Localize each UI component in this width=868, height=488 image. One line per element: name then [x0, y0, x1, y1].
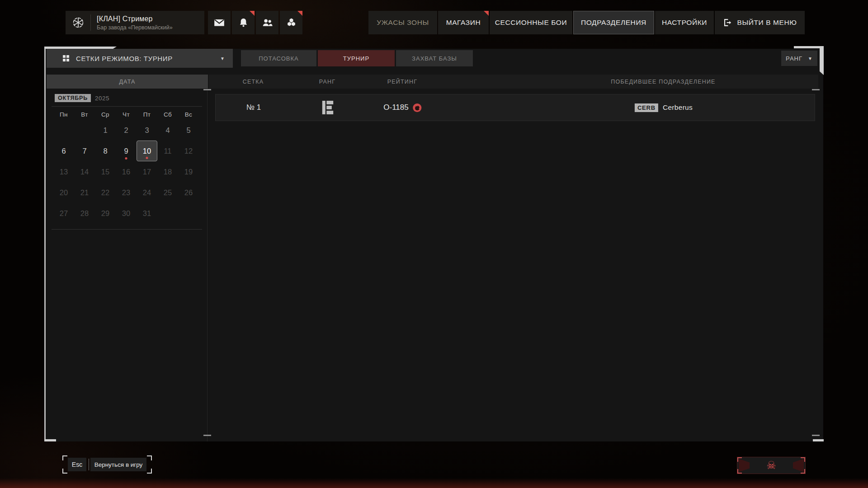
day-number: 15 [101, 168, 109, 176]
mode-selector-label: СЕТКИ РЕЖИМОВ: ТУРНИР [76, 55, 173, 62]
nav-label: МАГАЗИН [446, 19, 481, 27]
calendar-day-2[interactable]: 2 [116, 120, 137, 141]
friends-button[interactable] [256, 11, 278, 34]
day-number: 18 [164, 168, 172, 176]
weekday-label: Вс [178, 111, 199, 118]
calendar-day-19[interactable]: 19 [178, 161, 199, 182]
mode-tabs: ПОТАСОВКАТУРНИРЗАХВАТ БАЗЫ [241, 50, 473, 66]
calendar-bottom-border [52, 229, 202, 230]
nav-label: СЕССИОННЫЕ БОИ [495, 19, 567, 27]
day-number: 8 [103, 147, 107, 155]
calendar-day-12[interactable]: 12 [178, 141, 199, 161]
tab-base-capture[interactable]: ЗАХВАТ БАЗЫ [396, 50, 473, 66]
banner-wedge [793, 459, 804, 472]
calendar-day-26[interactable]: 26 [178, 182, 199, 203]
rank-filter-dropdown[interactable]: РАНГ ▼ [781, 51, 817, 66]
exit-icon [722, 18, 732, 28]
scrollbar-mark[interactable] [812, 435, 820, 436]
day-number: 31 [143, 209, 151, 218]
mail-button[interactable] [208, 11, 231, 34]
calendar-table-divider [207, 89, 208, 441]
chevron-down-icon: ▼ [220, 56, 225, 61]
skull-crossbones-icon: ☠ [766, 460, 776, 471]
calendar-day-31[interactable]: 31 [137, 203, 157, 224]
calendar-day-10[interactable]: 10 [137, 141, 157, 161]
nav-subdivisions[interactable]: ПОДРАЗДЕЛЕНИЯ [573, 11, 654, 34]
nav-settings[interactable]: НАСТРОЙКИ [655, 11, 714, 34]
day-number: 2 [124, 126, 128, 135]
calendar-day-9[interactable]: 9 [116, 141, 137, 161]
calendar-day-5[interactable]: 5 [178, 120, 199, 141]
calendar-day-3[interactable]: 3 [137, 120, 157, 141]
calendar-day-21[interactable]: 21 [74, 182, 95, 203]
rating-cell: О-1185 [383, 94, 422, 121]
bell-button[interactable] [232, 11, 255, 34]
day-number: 4 [165, 126, 170, 135]
bell-icon [238, 17, 249, 28]
calendar-day-22[interactable]: 22 [95, 182, 116, 203]
calendar-day-29[interactable]: 29 [95, 203, 116, 224]
day-number: 11 [164, 147, 171, 155]
scrollbar-mark[interactable] [203, 435, 211, 436]
panel-corner-bottom-right [813, 439, 824, 441]
calendar-day-25[interactable]: 25 [157, 182, 178, 203]
calendar-day-1[interactable]: 1 [95, 120, 116, 141]
calendar-day-7[interactable]: 7 [74, 141, 95, 161]
main-nav: УЖАСЫ ЗОНЫМАГАЗИНСЕССИОННЫЕ БОИПОДРАЗДЕЛ… [368, 11, 805, 34]
calendar-day-8[interactable]: 8 [95, 141, 116, 161]
chevron-down-icon: ▼ [808, 56, 813, 61]
calendar-empty-cell [53, 120, 74, 141]
calendar-day-11[interactable]: 11 [157, 141, 178, 161]
clan-button[interactable] [280, 11, 302, 34]
nav-shop[interactable]: МАГАЗИН [438, 11, 489, 34]
return-to-game-button[interactable]: Вернуться в игру [90, 458, 146, 471]
calendar-day-17[interactable]: 17 [137, 161, 157, 182]
table-header: СЕТКАРАНГРЕЙТИНГПОБЕДИВШЕЕ ПОДРАЗДЕЛЕНИЕ [209, 75, 818, 89]
calendar-day-18[interactable]: 18 [157, 161, 178, 182]
event-banner[interactable]: ☠ [737, 457, 806, 474]
tournament-result-row[interactable]: № 1О-1185CERBCerberus [215, 94, 815, 121]
column-header: СЕТКА [243, 75, 264, 89]
calendar-day-4[interactable]: 4 [157, 120, 178, 141]
nav-exit-to-menu[interactable]: ВЫЙТИ В МЕНЮ [715, 11, 805, 34]
bracket-decoration [62, 455, 67, 460]
esc-key-button[interactable]: Esc [68, 458, 86, 471]
faction-emblem-icon [413, 103, 422, 113]
calendar-day-24[interactable]: 24 [137, 182, 157, 203]
day-number: 20 [60, 188, 68, 197]
rank-filter-label: РАНГ [786, 55, 802, 62]
mode-selector-dropdown[interactable]: СЕТКИ РЕЖИМОВ: ТУРНИР ▼ [47, 49, 233, 68]
tab-tournament[interactable]: ТУРНИР [318, 50, 395, 66]
panel-corner-top-right-arm [820, 46, 824, 75]
calendar-day-16[interactable]: 16 [116, 161, 137, 182]
calendar-day-15[interactable]: 15 [95, 161, 116, 182]
weekday-label: Пн [53, 111, 74, 118]
calendar-day-23[interactable]: 23 [116, 182, 137, 203]
calendar-day-30[interactable]: 30 [116, 203, 137, 224]
panel-left-edge [44, 49, 46, 441]
clan-info-button[interactable]: [КЛАН] Стример Бар завода «Первомайский» [66, 11, 204, 34]
rank-insignia-icon[interactable] [322, 94, 334, 121]
calendar-day-14[interactable]: 14 [74, 161, 95, 182]
calendar-day-27[interactable]: 27 [53, 203, 74, 224]
scrollbar-mark[interactable] [812, 89, 820, 90]
calendar-day-6[interactable]: 6 [53, 141, 74, 161]
winner-clan-cell[interactable]: CERBCerberus [635, 94, 693, 121]
calendar-day-13[interactable]: 13 [53, 161, 74, 182]
calendar-weekdays: ПнВтСрЧтПтСбВс [53, 111, 202, 118]
day-number: 28 [80, 209, 89, 218]
weekday-label: Сб [157, 111, 178, 118]
scrollbar-mark[interactable] [203, 89, 211, 90]
calendar-month-badge[interactable]: ОКТЯБРЬ [55, 94, 91, 102]
calendar-day-20[interactable]: 20 [53, 182, 74, 203]
clan-name: Cerberus [663, 103, 693, 112]
tab-brawl[interactable]: ПОТАСОВКА [241, 50, 316, 66]
day-number: 30 [122, 209, 130, 218]
nav-session-battles[interactable]: СЕССИОННЫЕ БОИ [490, 11, 572, 34]
esc-group: Esc Вернуться в игру [62, 455, 152, 474]
calendar-day-28[interactable]: 28 [74, 203, 95, 224]
day-number: 6 [61, 147, 66, 155]
day-number: 29 [101, 209, 109, 218]
day-number: 19 [184, 168, 193, 176]
nav-zone-horrors[interactable]: УЖАСЫ ЗОНЫ [368, 11, 437, 34]
